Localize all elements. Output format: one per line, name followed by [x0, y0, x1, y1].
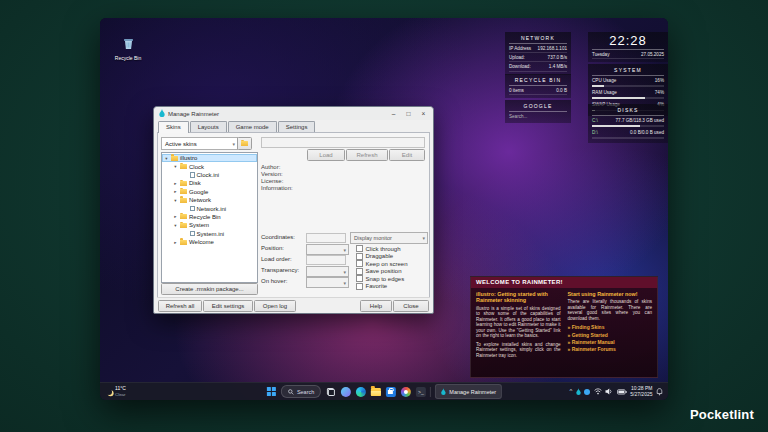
transparency-dropdown[interactable]	[306, 266, 349, 277]
search-box[interactable]: Search	[281, 385, 321, 398]
moon-weather-icon	[106, 389, 112, 395]
rainmeter-manual-link[interactable]: » Rainmeter Manual	[568, 339, 653, 346]
notification-bell-icon[interactable]	[656, 388, 663, 396]
open-skins-folder-button[interactable]	[237, 137, 252, 150]
getting-started-link[interactable]: » Getting Started	[568, 332, 653, 339]
close-button[interactable]: ×	[416, 107, 431, 120]
weather-widget-button[interactable]: 11°C Clear	[106, 383, 126, 400]
welcome-skin-panel[interactable]: WELCOME TO RAINMETER! illustro: Getting …	[470, 276, 658, 378]
window-titlebar[interactable]: Manage Rainmeter – □ ×	[154, 107, 433, 120]
checkbox-icon	[356, 260, 363, 267]
tray-app-icon[interactable]	[584, 389, 590, 395]
system-widget-title: SYSTEM	[592, 66, 664, 76]
terminal-button[interactable]: >_	[415, 386, 426, 397]
rainmeter-app-icon	[159, 109, 165, 118]
rainmeter-forums-link[interactable]: » Rainmeter Forums	[568, 346, 653, 353]
position-label: Position:	[261, 245, 284, 251]
help-button[interactable]: Help	[360, 300, 392, 312]
tree-item-clock-ini[interactable]: Clock.ini	[162, 171, 257, 179]
save-position-checkbox[interactable]: Save position	[356, 268, 402, 275]
google-search-field[interactable]: Search...	[509, 112, 567, 120]
close-dialog-button[interactable]: Close	[393, 300, 429, 312]
recycle-bin-label: Recycle Bin	[110, 55, 146, 61]
skin-name-field[interactable]	[261, 137, 425, 148]
checkbox-icon	[356, 283, 363, 290]
position-dropdown[interactable]	[306, 244, 349, 255]
welcome-right-title: Start using Rainmeter now!	[568, 291, 653, 297]
recycle-bin-widget[interactable]: RECYCLE BIN 0 items0.0 B	[505, 74, 571, 98]
cpu-usage-bar	[592, 85, 664, 87]
tree-item-recycle-bin[interactable]: ▸Recycle Bin	[162, 213, 257, 221]
keep-on-screen-checkbox[interactable]: Keep on screen	[356, 260, 408, 267]
disk-c-bar	[592, 125, 664, 127]
tray-clock[interactable]: 10:28 PM 5/27/2025	[630, 386, 652, 398]
network-row: Upload:737.0 B/s	[509, 53, 567, 62]
folder-icon	[180, 240, 187, 245]
wifi-icon[interactable]	[594, 388, 602, 395]
active-skins-dropdown[interactable]: Active skins	[161, 137, 238, 150]
tab-game-mode[interactable]: Game mode	[228, 121, 277, 133]
volume-icon[interactable]	[605, 388, 613, 395]
tree-item-illustro[interactable]: ▾illustro	[162, 154, 257, 162]
snap-to-edges-checkbox[interactable]: Snap to edges	[356, 275, 404, 282]
welcome-right-body: There are literally thousands of skins a…	[568, 299, 653, 321]
recycle-bin-desktop-icon[interactable]: Recycle Bin	[110, 36, 146, 61]
refresh-button[interactable]: Refresh	[346, 149, 388, 161]
photos-button[interactable]	[400, 386, 411, 397]
minimize-button[interactable]: –	[386, 107, 401, 120]
battery-icon[interactable]	[617, 389, 627, 395]
checkbox-icon	[356, 268, 363, 275]
tree-item-google[interactable]: ▸Google	[162, 188, 257, 196]
tray-chevron-icon[interactable]: ^	[569, 388, 572, 394]
copilot-button[interactable]	[340, 386, 351, 397]
edit-settings-button[interactable]: Edit settings	[203, 300, 253, 312]
network-widget[interactable]: NETWORK IP Address192.168.1.101 Upload:7…	[505, 32, 571, 75]
load-order-label: Load order:	[261, 256, 292, 262]
disks-widget[interactable]: DISKS C:\77.7 GB/118.3 GB used D:\0.0 B/…	[588, 104, 668, 143]
refresh-all-button[interactable]: Refresh all	[158, 300, 202, 312]
click-through-checkbox[interactable]: Click through	[356, 245, 401, 252]
open-log-button[interactable]: Open log	[254, 300, 296, 312]
tree-item-network-ini[interactable]: Network.ini	[162, 204, 257, 212]
finding-skins-link[interactable]: » Finding Skins	[568, 324, 653, 331]
favorite-checkbox[interactable]: Favorite	[356, 283, 387, 290]
tab-settings[interactable]: Settings	[278, 121, 316, 133]
recycle-bin-row: 0 items0.0 B	[509, 86, 567, 95]
welcome-left-body: illustro is a simple set of skins design…	[476, 306, 561, 339]
system-row: CPU Usage16%	[592, 76, 664, 84]
checkbox-icon	[356, 245, 363, 252]
tab-layouts[interactable]: Layouts	[190, 121, 227, 133]
coordinates-field[interactable]	[306, 233, 346, 243]
load-button[interactable]: Load	[307, 149, 345, 161]
create-rmskin-package-button[interactable]: Create .rmskin package...	[161, 283, 258, 295]
folder-icon	[180, 223, 187, 228]
store-button[interactable]	[385, 386, 396, 397]
display-monitor-dropdown[interactable]: Display monitor	[350, 232, 428, 244]
google-widget[interactable]: GOOGLE Search...	[505, 100, 571, 123]
clock-widget[interactable]: 22:28 Tuesday27.05.2025	[588, 32, 668, 62]
maximize-button[interactable]: □	[401, 107, 416, 120]
file-explorer-button[interactable]	[370, 386, 381, 397]
on-hover-dropdown[interactable]	[306, 277, 349, 288]
tree-item-welcome[interactable]: ▸Welcome	[162, 238, 257, 246]
start-button[interactable]	[266, 386, 277, 397]
task-view-button[interactable]	[325, 386, 336, 397]
rainmeter-tray-icon[interactable]	[576, 388, 581, 395]
network-row: Download:1.4 MB/s	[509, 62, 567, 71]
draggable-checkbox[interactable]: Draggable	[356, 253, 393, 260]
tree-item-clock[interactable]: ▾Clock	[162, 162, 257, 170]
tab-skins[interactable]: Skins	[158, 121, 189, 133]
skin-file-icon	[190, 231, 195, 237]
store-icon	[386, 387, 396, 397]
search-label: Search	[297, 389, 314, 395]
tree-item-disk[interactable]: ▸Disk	[162, 179, 257, 187]
tree-item-system[interactable]: ▾System	[162, 221, 257, 229]
task-view-icon	[327, 388, 335, 396]
edit-button[interactable]: Edit	[389, 149, 425, 161]
load-order-field[interactable]	[306, 255, 346, 265]
edge-icon	[356, 387, 366, 397]
manage-rainmeter-taskbar-button[interactable]: Manage Rainmeter	[435, 384, 502, 399]
edge-button[interactable]	[355, 386, 366, 397]
tree-item-system-ini[interactable]: System.ini	[162, 230, 257, 238]
tree-item-network[interactable]: ▾Network	[162, 196, 257, 204]
